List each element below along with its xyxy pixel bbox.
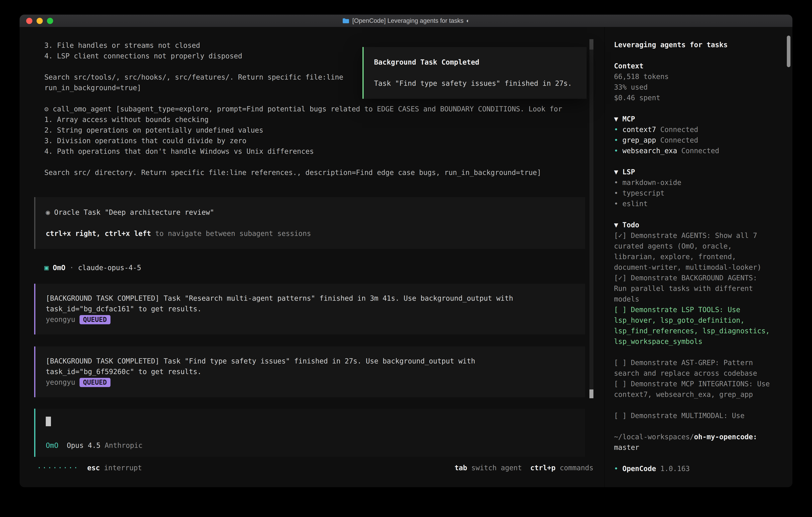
lsp-item: •eslint (614, 198, 773, 209)
chevron-down-icon: ▼ (614, 221, 618, 229)
session-title: Leveraging agents for tasks (614, 39, 773, 50)
context-spent: $0.46 spent (614, 92, 773, 103)
notification-title: Background Task Completed (374, 57, 581, 67)
task-message-line: [BACKGROUND TASK COMPLETED] Task "Find t… (46, 356, 577, 366)
input-model-line: OmOOpus 4.5Anthropic (46, 440, 577, 451)
sidebar-scrollbar-thumb[interactable] (787, 35, 790, 67)
mcp-item: •context7Connected (614, 124, 773, 135)
context-used: 33% used (614, 82, 773, 92)
status-badge: QUEUED (80, 378, 111, 387)
tool-call-line: ⚙call_omo_agent [subagent_type=explore, … (20, 104, 604, 114)
statusbar: ········escinterrupt tabswitch agentctrl… (37, 463, 593, 473)
main-scrollbar[interactable] (589, 39, 593, 398)
mcp-section-header[interactable]: ▼MCP (614, 114, 773, 124)
bullet-icon: • (614, 147, 618, 155)
todo-text: Demonstrate MCP INTEGRATIONS: Use contex… (614, 380, 770, 399)
cmd-label: commands (560, 464, 593, 472)
input-model-name: Opus 4.5 (67, 441, 100, 450)
tab-key-hint: tab (455, 464, 467, 472)
sidebar: Leveraging agents for tasks Context 66,5… (604, 27, 792, 487)
titlebar: [OpenCode] Leveraging agents for tasks ◐ (20, 15, 792, 27)
todo-section-header[interactable]: ▼Todo (614, 220, 773, 230)
background-task-message: [BACKGROUND TASK COMPLETED] Task "Find t… (34, 347, 585, 397)
mcp-item-status: Connected (660, 126, 698, 134)
zoom-button[interactable] (47, 18, 53, 24)
input-provider: Anthropic (105, 441, 143, 450)
lsp-heading: LSP (622, 168, 635, 176)
minimize-button[interactable] (36, 18, 43, 24)
todo-item: [✓] Demonstrate BACKGROUND AGENTS: Run p… (614, 273, 773, 304)
statusbar-left: ········escinterrupt (37, 463, 142, 473)
hint-text: to navigate between subagent sessions (151, 229, 311, 238)
oracle-task-title: Oracle Task "Deep architecture review" (54, 208, 214, 216)
scrollbar-segment (589, 39, 593, 50)
recording-icon: ◐ (466, 18, 470, 24)
mcp-item-status: Connected (681, 147, 719, 155)
todo-text: Demonstrate AGENTS: Show all 7 curated a… (614, 232, 761, 271)
tool-call-text: call_omo_agent [subagent_type=explore, p… (53, 105, 562, 113)
mcp-item-name: context7 (622, 126, 656, 134)
separator-dot: · (69, 264, 74, 272)
log-line: 4. Path operations that don't handle Win… (20, 146, 604, 157)
opencode-version: •OpenCode1.0.163 (614, 463, 773, 474)
scrollbar-thumb[interactable] (589, 389, 593, 398)
bullet-icon: • (614, 136, 618, 144)
todo-item: [ ] Demonstrate MCP INTEGRATIONS: Use co… (614, 379, 773, 400)
task-message-line: [BACKGROUND TASK COMPLETED] Task "Resear… (46, 293, 577, 304)
terminal-main: 3. File handles or streams not closed 4.… (20, 27, 604, 487)
mcp-item-name: websearch_exa (622, 147, 677, 155)
todo-item: [✓] Demonstrate AGENTS: Show all 7 curat… (614, 230, 773, 273)
task-user: yeongyu (46, 378, 75, 386)
gear-icon: ⚙ (45, 105, 49, 113)
agent-name: OmO (53, 264, 65, 272)
text-cursor (46, 417, 51, 426)
esc-key-hint: esc (87, 464, 100, 472)
log-line: Search src/ directory. Return specific f… (20, 167, 604, 178)
todo-text: Demonstrate BACKGROUND AGENTS: Run paral… (614, 274, 757, 303)
bullet-icon: • (614, 126, 618, 134)
todo-checkbox: [✓] (614, 232, 627, 240)
agent-model: claude-opus-4-5 (78, 264, 141, 272)
lsp-section-header[interactable]: ▼LSP (614, 167, 773, 177)
chevron-down-icon: ▼ (614, 168, 618, 176)
window-title-text: [OpenCode] Leveraging agents for tasks (352, 17, 464, 24)
input-line[interactable] (46, 417, 577, 426)
todo-checkbox: [ ] (614, 306, 627, 314)
bullet-icon: • (614, 179, 618, 187)
input-agent-name: OmO (46, 441, 58, 450)
app-name: OpenCode (622, 465, 656, 472)
lsp-item: •markdown-oxide (614, 177, 773, 188)
bullet-icon: • (614, 200, 618, 208)
task-message-line: task_id="bg_dcfac161" to get results. (46, 304, 577, 314)
todo-text: Demonstrate MULTIMODAL: Use (631, 412, 745, 419)
branch-name: master (614, 443, 639, 452)
traffic-lights (26, 18, 53, 24)
context-heading: Context (614, 61, 773, 71)
todo-item: [ ] Demonstrate AST-GREP: Pattern search… (614, 357, 773, 379)
todo-text: Demonstrate LSP TOOLS: Use lsp_hover, ls… (614, 306, 770, 346)
esc-label: interrupt (104, 464, 142, 472)
log-line: 3. Division operations that could divide… (20, 136, 604, 146)
log-line: 1. Array access without bounds checking (20, 114, 604, 125)
mcp-heading: MCP (622, 115, 635, 123)
todo-checkbox: [ ] (614, 380, 627, 388)
prompt-input[interactable]: OmOOpus 4.5Anthropic (34, 409, 585, 457)
chevron-down-icon: ▼ (614, 115, 618, 123)
todo-item: [ ] Demonstrate MULTIMODAL: Use (614, 410, 773, 421)
statusbar-right: tabswitch agentctrl+pcommands (455, 463, 593, 473)
agent-header: ▣OmO·claude-opus-4-5 (20, 263, 604, 273)
bullet-icon: • (614, 189, 618, 197)
notification-toast[interactable]: Background Task Completed Task "Find typ… (362, 47, 587, 99)
todo-text: Demonstrate AST-GREP: Pattern search and… (614, 359, 757, 377)
todo-item-active: [ ] Demonstrate LSP TOOLS: Use lsp_hover… (614, 304, 773, 347)
background-task-message: [BACKGROUND TASK COMPLETED] Task "Resear… (34, 284, 585, 334)
lsp-item-name: markdown-oxide (622, 179, 681, 187)
close-button[interactable] (26, 18, 32, 24)
workspace-path: ~/local-workspaces/oh-my-opencode: maste… (614, 432, 773, 453)
folder-icon (342, 18, 349, 24)
log-line: 2. String operations on potentially unde… (20, 125, 604, 136)
window-title: [OpenCode] Leveraging agents for tasks ◐ (342, 17, 470, 24)
todo-heading: Todo (622, 221, 639, 229)
mcp-item: •grep_appConnected (614, 135, 773, 145)
todo-checkbox: [ ] (614, 412, 627, 419)
